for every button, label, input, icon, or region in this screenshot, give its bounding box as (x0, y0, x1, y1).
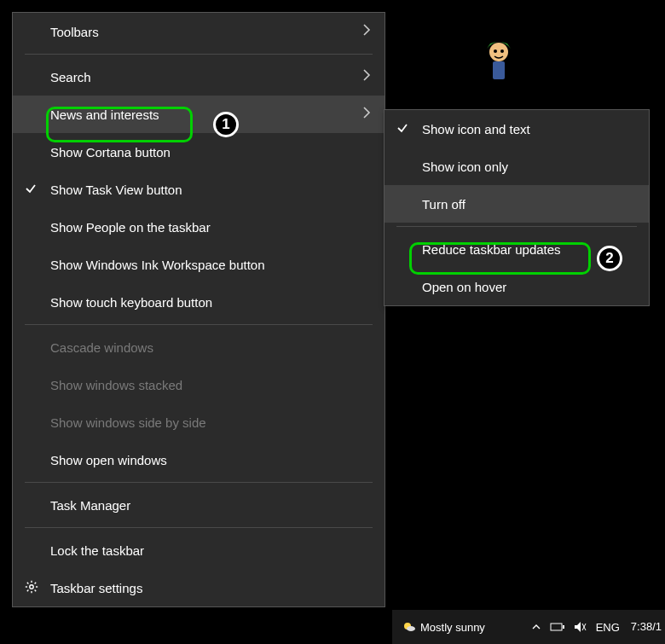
weather-widget[interactable]: Mostly sunny (402, 619, 485, 635)
menu-item-ink[interactable]: Show Windows Ink Workspace button (13, 246, 385, 283)
menu-label: Lock the taskbar (50, 543, 374, 558)
menu-item-toolbars[interactable]: Toolbars (13, 13, 385, 50)
menu-separator (25, 324, 373, 325)
menu-item-task-manager[interactable]: Task Manager (13, 486, 385, 524)
menu-label: Search (50, 70, 362, 84)
check-icon (25, 183, 37, 197)
menu-item-touch-keyboard[interactable]: Show touch keyboard button (13, 283, 385, 321)
chevron-right-icon (362, 106, 371, 124)
language-indicator[interactable]: ENG (596, 621, 620, 634)
menu-item-news-and-interests[interactable]: News and interests (13, 96, 385, 133)
battery-icon[interactable] (550, 622, 565, 632)
menu-item-lock-taskbar[interactable]: Lock the taskbar (13, 531, 385, 569)
menu-label: Show touch keyboard button (50, 295, 374, 310)
svg-point-14 (407, 626, 415, 631)
menu-item-people[interactable]: Show People on the taskbar (13, 208, 385, 246)
menu-label: Show open windows (50, 453, 374, 467)
news-interests-submenu: Show icon and text Show icon only Turn o… (384, 109, 650, 306)
taskbar-context-menu: Toolbars Search News and interests Show … (12, 12, 385, 607)
menu-label: Show icon and text (422, 122, 639, 136)
desktop-avatar (482, 38, 516, 79)
menu-label: Turn off (422, 197, 639, 212)
menu-label: Show windows stacked (50, 378, 374, 392)
chevron-right-icon (362, 68, 371, 86)
menu-item-taskbar-settings[interactable]: Taskbar settings (13, 569, 385, 606)
menu-item-side-by-side: Show windows side by side (13, 403, 385, 441)
menu-label: Show icon only (422, 160, 639, 174)
svg-line-9 (27, 582, 29, 583)
menu-label: Show People on the taskbar (50, 220, 374, 235)
svg-point-1 (494, 49, 497, 53)
volume-icon[interactable] (574, 621, 587, 633)
menu-label: Show Task View button (50, 183, 374, 197)
svg-rect-16 (563, 625, 564, 629)
menu-separator (25, 527, 373, 528)
svg-line-11 (35, 582, 37, 583)
submenu-item-turn-off[interactable]: Turn off (385, 185, 649, 223)
menu-label: Show Windows Ink Workspace button (50, 258, 374, 272)
menu-item-task-view[interactable]: Show Task View button (13, 171, 385, 208)
menu-item-cortana[interactable]: Show Cortana button (13, 133, 385, 171)
svg-rect-15 (551, 624, 562, 630)
tray-chevron-icon[interactable] (531, 622, 541, 632)
svg-rect-3 (493, 61, 505, 79)
svg-point-2 (500, 49, 504, 53)
date-text: 8/1 (646, 621, 662, 633)
submenu-item-show-icon-text[interactable]: Show icon and text (385, 110, 649, 148)
menu-label: Reduce taskbar updates (422, 242, 639, 257)
menu-label: Open on hover (422, 280, 639, 294)
menu-item-search[interactable]: Search (13, 58, 385, 96)
weather-text: Mostly sunny (420, 621, 485, 634)
menu-label: News and interests (50, 107, 362, 122)
menu-separator (25, 54, 373, 55)
svg-line-10 (35, 589, 37, 591)
menu-item-cascade: Cascade windows (13, 328, 385, 366)
menu-label: Show Cortana button (50, 145, 374, 160)
menu-label: Cascade windows (50, 340, 374, 355)
menu-item-open-windows[interactable]: Show open windows (13, 441, 385, 479)
svg-line-12 (27, 589, 29, 591)
menu-label: Toolbars (50, 25, 362, 39)
menu-separator (396, 226, 637, 227)
taskbar[interactable]: Mostly sunny ENG 7:3 8/1 (392, 610, 665, 644)
menu-label: Taskbar settings (50, 581, 374, 595)
submenu-item-open-on-hover[interactable]: Open on hover (385, 268, 649, 305)
clock[interactable]: 7:3 8/1 (631, 621, 662, 633)
menu-label: Task Manager (50, 498, 374, 513)
language-text: ENG (596, 621, 620, 634)
gear-icon (25, 580, 38, 596)
svg-point-4 (30, 584, 33, 588)
check-icon (396, 122, 408, 136)
submenu-item-reduce-updates[interactable]: Reduce taskbar updates (385, 230, 649, 268)
chevron-right-icon (362, 23, 371, 41)
submenu-item-show-icon-only[interactable]: Show icon only (385, 148, 649, 185)
menu-item-stacked: Show windows stacked (13, 366, 385, 403)
menu-separator (25, 482, 373, 483)
menu-label: Show windows side by side (50, 415, 374, 430)
time-text: 7:3 (631, 621, 646, 633)
